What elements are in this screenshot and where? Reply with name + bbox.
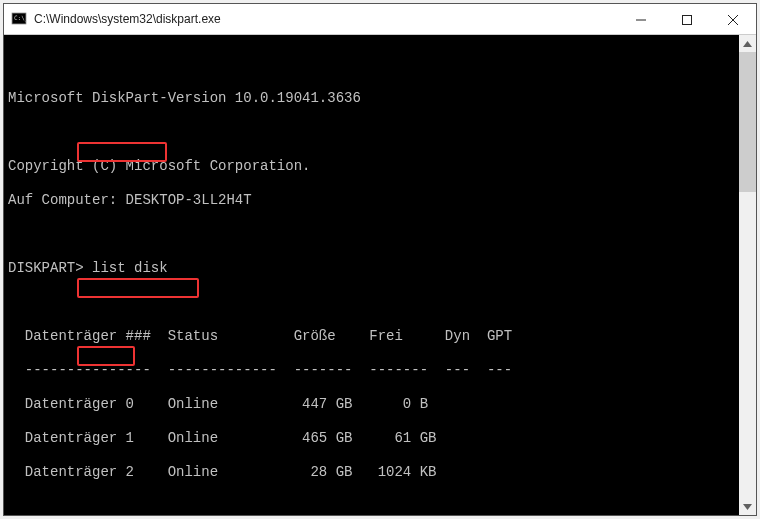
output-line xyxy=(8,226,752,243)
close-button[interactable] xyxy=(710,4,756,35)
table-row: Datenträger 2 Online 28 GB 1024 KB xyxy=(8,464,752,481)
terminal-area[interactable]: Microsoft DiskPart-Version 10.0.19041.36… xyxy=(4,35,756,515)
app-icon: C:\_ xyxy=(11,11,27,27)
window-controls xyxy=(618,4,756,34)
svg-text:C:\_: C:\_ xyxy=(14,14,27,22)
minimize-button[interactable] xyxy=(618,4,664,35)
svg-rect-4 xyxy=(683,15,692,24)
table-row: Datenträger 0 Online 447 GB 0 B xyxy=(8,396,752,413)
table-divider: --------------- ------------- ------- --… xyxy=(8,362,752,379)
output-line xyxy=(8,56,752,73)
prompt-prefix: DISKPART> xyxy=(8,260,92,276)
titlebar[interactable]: C:\_ C:\Windows\system32\diskpart.exe xyxy=(4,4,756,35)
vertical-scrollbar[interactable] xyxy=(739,35,756,515)
prompt-line: DISKPART> list disk xyxy=(8,260,752,277)
scroll-down-button[interactable] xyxy=(739,498,756,515)
output-line: Copyright (C) Microsoft Corporation. xyxy=(8,158,752,175)
output-line xyxy=(8,294,752,311)
command-text: list disk xyxy=(92,260,168,276)
terminal-output: Microsoft DiskPart-Version 10.0.19041.36… xyxy=(8,35,752,515)
table-row: Datenträger 1 Online 465 GB 61 GB xyxy=(8,430,752,447)
output-line xyxy=(8,498,752,515)
scrollbar-track[interactable] xyxy=(739,52,756,498)
svg-marker-8 xyxy=(743,504,752,510)
svg-marker-7 xyxy=(743,41,752,47)
output-line: Auf Computer: DESKTOP-3LL2H4T xyxy=(8,192,752,209)
scrollbar-thumb[interactable] xyxy=(739,52,756,192)
output-line: Microsoft DiskPart-Version 10.0.19041.36… xyxy=(8,90,752,107)
table-header: Datenträger ### Status Größe Frei Dyn GP… xyxy=(8,328,752,345)
scroll-up-button[interactable] xyxy=(739,35,756,52)
output-line xyxy=(8,124,752,141)
maximize-button[interactable] xyxy=(664,4,710,35)
window-title: C:\Windows\system32\diskpart.exe xyxy=(32,12,618,26)
diskpart-window: C:\_ C:\Windows\system32\diskpart.exe Mi… xyxy=(3,3,757,516)
